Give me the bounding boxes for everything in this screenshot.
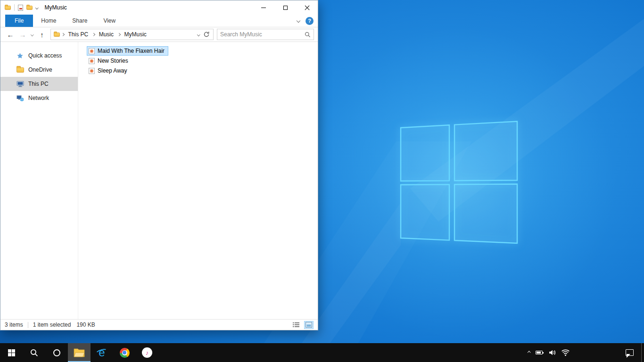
action-center-icon — [626, 349, 634, 356]
taskbar-search-button[interactable] — [23, 343, 45, 362]
taskbar — [0, 343, 644, 362]
music-file-icon — [89, 48, 95, 54]
battery-button[interactable] — [536, 343, 543, 362]
taskbar-itunes-button[interactable] — [136, 343, 158, 362]
caption-buttons — [253, 0, 318, 15]
windows-start-icon — [8, 349, 15, 356]
location-folder-icon — [54, 33, 60, 37]
speaker-icon — [548, 349, 556, 356]
recent-locations-chevron[interactable] — [29, 28, 36, 41]
up-button[interactable]: ↑ — [36, 28, 48, 41]
maximize-icon — [283, 6, 288, 10]
tab-share[interactable]: Share — [64, 15, 95, 27]
minimize-icon — [261, 8, 266, 8]
sidebar-item-label: Network — [28, 95, 49, 101]
item-count: 3 items — [5, 321, 23, 328]
sidebar-item-network[interactable]: Network — [0, 91, 78, 105]
file-list[interactable]: Maid With The Flaxen Hair New Stories Sl… — [78, 42, 318, 319]
tab-home[interactable]: Home — [33, 15, 64, 27]
system-tray — [528, 343, 570, 362]
help-button[interactable]: ? — [305, 17, 314, 25]
tab-view[interactable]: View — [95, 15, 124, 27]
view-toggle-buttons — [291, 321, 314, 329]
file-row-new-stories[interactable]: New Stories — [87, 56, 132, 66]
taskbar-internet-explorer-button[interactable] — [91, 343, 113, 362]
status-bar: 3 items 1 item selected 190 KB — [0, 319, 318, 330]
breadcrumb-this-pc[interactable]: This PC — [66, 31, 91, 38]
computer-icon — [16, 80, 24, 88]
breadcrumb-chevron-icon[interactable] — [92, 33, 95, 36]
screen: MyMusic File Home Share View ? ← → ↑ — [0, 0, 644, 362]
file-name: New Stories — [98, 58, 128, 64]
sidebar-item-quick-access[interactable]: Quick access — [0, 49, 78, 63]
minimize-button[interactable] — [253, 0, 274, 15]
taskbar-chrome-button[interactable] — [113, 343, 136, 362]
details-view-button[interactable] — [291, 321, 301, 329]
sidebar-item-this-pc[interactable]: This PC — [0, 77, 78, 91]
search-box — [217, 29, 314, 40]
action-center-button[interactable] — [626, 343, 634, 362]
chevron-up-icon — [528, 351, 530, 354]
back-button[interactable]: ← — [4, 28, 17, 41]
address-bar-row: ← → ↑ This PC Music MyMusic — [0, 27, 318, 42]
explorer-main: Quick access OneDrive Thi — [0, 42, 318, 319]
file-explorer-window: MyMusic File Home Share View ? ← → ↑ — [0, 0, 318, 330]
qat-properties-icon[interactable] — [18, 5, 23, 11]
address-dropdown-chevron-icon[interactable] — [197, 33, 200, 36]
internet-explorer-icon — [96, 346, 108, 359]
file-row-maid-with-the-flaxen-hair[interactable]: Maid With The Flaxen Hair — [87, 46, 168, 56]
breadcrumb-chevron-icon[interactable] — [117, 33, 120, 36]
search-input[interactable] — [220, 31, 305, 38]
address-right-controls — [198, 31, 212, 38]
title-bar: MyMusic — [0, 0, 318, 15]
address-bar[interactable]: This PC Music MyMusic — [50, 29, 214, 40]
tab-file[interactable]: File — [5, 15, 33, 27]
expand-ribbon-chevron-icon[interactable] — [297, 19, 300, 23]
search-icon — [30, 349, 38, 357]
network-icon — [16, 94, 24, 102]
sidebar-item-label: This PC — [28, 81, 49, 87]
file-row-sleep-away[interactable]: Sleep Away — [87, 66, 131, 75]
refresh-icon[interactable] — [203, 31, 210, 38]
ribbon-tabs: File Home Share View ? — [0, 15, 318, 27]
wifi-icon — [561, 349, 570, 356]
large-icons-view-button[interactable] — [304, 321, 314, 329]
breadcrumb-chevron-icon — [61, 33, 64, 36]
ribbon-right-controls: ? — [297, 15, 318, 27]
show-desktop-button[interactable] — [641, 343, 644, 362]
music-file-icon — [89, 58, 95, 64]
hidden-icons-button[interactable] — [528, 343, 530, 362]
cortana-button[interactable] — [45, 343, 68, 362]
maximize-button[interactable] — [274, 0, 296, 15]
breadcrumb-mymusic[interactable]: MyMusic — [122, 31, 149, 38]
onedrive-folder-icon — [16, 66, 24, 74]
search-icon[interactable] — [305, 32, 311, 38]
sidebar-item-onedrive[interactable]: OneDrive — [0, 63, 78, 77]
sidebar-item-label: OneDrive — [28, 66, 52, 73]
qat-new-folder-icon[interactable] — [26, 6, 33, 10]
file-explorer-icon — [74, 347, 85, 358]
navigation-pane: Quick access OneDrive Thi — [0, 42, 78, 319]
window-title: MyMusic — [45, 4, 67, 11]
battery-icon — [536, 351, 543, 354]
network-button[interactable] — [561, 343, 570, 362]
quick-access-star-icon — [16, 52, 24, 60]
cortana-icon — [53, 349, 60, 356]
close-button[interactable] — [296, 0, 318, 15]
window-folder-icon — [5, 6, 11, 10]
quick-access-toolbar — [5, 4, 38, 11]
chrome-icon — [120, 348, 130, 358]
breadcrumb-music[interactable]: Music — [97, 31, 116, 38]
status-divider — [28, 322, 28, 328]
chevron-down-icon — [31, 33, 33, 36]
qat-customize-chevron-icon[interactable] — [35, 6, 38, 9]
taskbar-file-explorer-button[interactable] — [68, 343, 91, 362]
forward-button[interactable]: → — [17, 28, 29, 41]
start-button[interactable] — [0, 343, 23, 362]
volume-button[interactable] — [548, 343, 556, 362]
file-name: Sleep Away — [98, 67, 127, 74]
selection-size: 190 KB — [76, 321, 95, 328]
file-name: Maid With The Flaxen Hair — [98, 48, 165, 54]
details-view-icon — [293, 322, 299, 328]
qat-separator — [14, 4, 15, 11]
